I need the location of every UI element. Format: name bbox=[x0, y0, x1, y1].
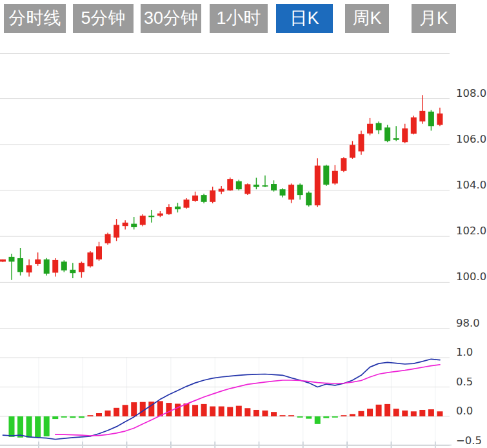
candle-body bbox=[79, 263, 84, 272]
macd-histogram-bar bbox=[52, 416, 58, 419]
price-axis-label: 100.0 bbox=[456, 270, 486, 283]
candle-body bbox=[26, 265, 32, 272]
price-axis-label: 108.0 bbox=[456, 87, 486, 99]
macd-histogram-bar bbox=[419, 410, 425, 416]
macd-histogram-bar bbox=[131, 402, 137, 416]
candle-body bbox=[402, 128, 408, 142]
macd-histogram-bar bbox=[123, 405, 128, 416]
macd-axis-label: −0.5 bbox=[456, 434, 482, 447]
candle-body bbox=[227, 179, 233, 190]
candle-body bbox=[201, 195, 207, 202]
tab-30min[interactable]: 30分钟 bbox=[141, 4, 201, 33]
macd-histogram-bar bbox=[44, 416, 50, 436]
tab-daily-k[interactable]: 日K bbox=[276, 4, 333, 33]
candle-body bbox=[262, 185, 268, 187]
candle-body bbox=[323, 166, 329, 185]
macd-axis-label: 0.5 bbox=[456, 376, 473, 388]
candle-body bbox=[297, 185, 303, 195]
macd-histogram-bar bbox=[437, 411, 442, 416]
candle-body bbox=[17, 258, 23, 272]
price-axis-label: 102.0 bbox=[456, 225, 486, 237]
candle-body bbox=[114, 225, 119, 238]
macd-histogram-bar bbox=[35, 416, 41, 437]
candle-body bbox=[341, 158, 346, 171]
candle-body bbox=[384, 127, 390, 141]
candle-body bbox=[288, 185, 294, 199]
candle-body bbox=[376, 123, 382, 130]
macd-histogram-bar bbox=[114, 408, 119, 416]
macd-histogram-bar bbox=[306, 416, 312, 419]
macd-histogram-bar bbox=[315, 416, 321, 424]
macd-histogram-bar bbox=[341, 415, 346, 416]
candle-body bbox=[0, 260, 6, 262]
candle-body bbox=[332, 171, 338, 184]
macd-histogram-bar bbox=[376, 405, 382, 416]
macd-histogram-bar bbox=[219, 407, 224, 416]
macd-histogram-bar bbox=[244, 408, 250, 416]
candle-body bbox=[184, 199, 190, 207]
candle-body bbox=[52, 260, 58, 273]
price-axis-label: 104.0 bbox=[456, 179, 486, 191]
tab-1hour[interactable]: 1小时 bbox=[210, 4, 268, 33]
macd-histogram-bar bbox=[350, 414, 355, 416]
macd-histogram-bar bbox=[359, 411, 364, 416]
macd-dif-line bbox=[3, 359, 441, 439]
price-axis-label: 98.0 bbox=[456, 317, 480, 329]
candle-body bbox=[236, 181, 242, 189]
macd-histogram-bar bbox=[384, 404, 390, 416]
macd-axis-label: 1.0 bbox=[456, 346, 473, 358]
macd-histogram-bar bbox=[87, 415, 93, 416]
candle-body bbox=[315, 166, 321, 206]
macd-dea-line bbox=[55, 365, 440, 436]
kline-chart[interactable]: 108.0106.0104.0102.0100.098.01.00.50.0−0… bbox=[0, 0, 487, 448]
interval-tabbar: 分时线 5分钟 30分钟 1小时 日K 周K 月K bbox=[0, 0, 487, 37]
macd-histogram-bar bbox=[79, 416, 84, 418]
candle-body bbox=[175, 207, 181, 209]
candle-body bbox=[367, 124, 373, 134]
tab-weekly-k[interactable]: 周K bbox=[345, 4, 389, 33]
tab-time-line[interactable]: 分时线 bbox=[4, 4, 66, 33]
macd-histogram-bar bbox=[96, 413, 102, 416]
macd-histogram-bar bbox=[227, 407, 233, 416]
macd-histogram-bar bbox=[288, 415, 294, 416]
macd-histogram-bar bbox=[393, 409, 399, 416]
candle-body bbox=[131, 224, 137, 227]
candle-body bbox=[437, 114, 442, 125]
macd-histogram-bar bbox=[26, 416, 32, 438]
macd-histogram-bar bbox=[70, 416, 75, 418]
tab-monthly-k[interactable]: 月K bbox=[412, 4, 456, 33]
candle-body bbox=[428, 112, 434, 126]
candle-body bbox=[157, 214, 163, 216]
macd-histogram-bar bbox=[253, 410, 259, 416]
candle-body bbox=[148, 216, 154, 217]
candle-body bbox=[44, 260, 50, 274]
candle-body bbox=[140, 216, 146, 225]
candle-body bbox=[210, 190, 215, 202]
macd-histogram-bar bbox=[201, 404, 207, 416]
candle-body bbox=[9, 257, 15, 261]
macd-histogram-bar bbox=[210, 407, 215, 416]
candle-body bbox=[35, 260, 41, 264]
candle-body bbox=[166, 207, 172, 214]
macd-histogram-bar bbox=[17, 416, 23, 438]
macd-histogram-bar bbox=[192, 405, 198, 416]
macd-histogram-bar bbox=[9, 416, 15, 437]
macd-histogram-bar bbox=[271, 412, 277, 416]
candle-body bbox=[393, 138, 399, 139]
macd-histogram-bar bbox=[297, 416, 303, 418]
tab-5min[interactable]: 5分钟 bbox=[73, 4, 134, 33]
macd-histogram-bar bbox=[105, 411, 111, 416]
macd-histogram-bar bbox=[236, 406, 242, 416]
macd-histogram-bar bbox=[332, 416, 338, 418]
macd-axis-label: 0.0 bbox=[456, 405, 473, 417]
macd-histogram-bar bbox=[280, 415, 286, 416]
candle-body bbox=[70, 270, 75, 273]
macd-histogram-bar bbox=[323, 416, 329, 418]
macd-histogram-bar bbox=[175, 403, 181, 416]
candle-body bbox=[271, 184, 277, 190]
candle-body bbox=[105, 234, 111, 243]
candle-body bbox=[411, 117, 417, 134]
macd-histogram-bar bbox=[262, 411, 268, 416]
macd-histogram-bar bbox=[367, 409, 373, 416]
macd-histogram-bar bbox=[157, 401, 163, 416]
